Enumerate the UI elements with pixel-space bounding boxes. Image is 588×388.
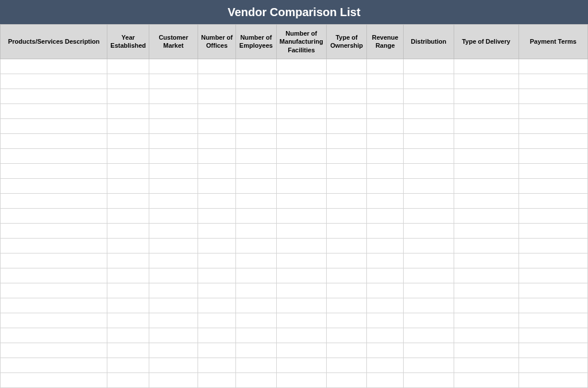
table-cell[interactable] [326, 372, 366, 387]
table-cell[interactable] [1, 89, 107, 103]
table-cell[interactable] [276, 133, 326, 148]
table-cell[interactable] [519, 193, 587, 208]
table-cell[interactable] [454, 328, 519, 343]
table-cell[interactable] [519, 343, 587, 358]
table-cell[interactable] [404, 89, 454, 103]
table-cell[interactable] [107, 268, 149, 283]
table-cell[interactable] [236, 148, 276, 163]
table-cell[interactable] [276, 89, 326, 103]
table-cell[interactable] [404, 178, 454, 193]
table-cell[interactable] [326, 148, 366, 163]
table-cell[interactable] [198, 268, 236, 283]
table-cell[interactable] [326, 133, 366, 148]
table-cell[interactable] [367, 358, 404, 372]
table-cell[interactable] [367, 372, 404, 387]
table-cell[interactable] [367, 328, 404, 343]
table-cell[interactable] [276, 193, 326, 208]
table-cell[interactable] [107, 208, 149, 223]
table-cell[interactable] [367, 343, 404, 358]
table-cell[interactable] [236, 103, 276, 118]
table-cell[interactable] [149, 238, 198, 253]
table-cell[interactable] [149, 253, 198, 268]
table-cell[interactable] [1, 178, 107, 193]
table-cell[interactable] [367, 283, 404, 298]
table-cell[interactable] [198, 103, 236, 118]
table-cell[interactable] [454, 268, 519, 283]
table-cell[interactable] [1, 208, 107, 223]
table-cell[interactable] [367, 59, 404, 74]
table-cell[interactable] [276, 253, 326, 268]
table-cell[interactable] [404, 343, 454, 358]
table-cell[interactable] [236, 133, 276, 148]
table-cell[interactable] [519, 223, 587, 238]
table-cell[interactable] [236, 193, 276, 208]
table-cell[interactable] [1, 358, 107, 372]
table-cell[interactable] [1, 59, 107, 74]
table-cell[interactable] [198, 313, 236, 328]
table-cell[interactable] [198, 238, 236, 253]
table-cell[interactable] [519, 133, 587, 148]
table-cell[interactable] [236, 358, 276, 372]
col-header-payment[interactable]: Payment Terms [519, 25, 587, 59]
table-cell[interactable] [198, 193, 236, 208]
table-cell[interactable] [454, 163, 519, 178]
table-cell[interactable] [404, 268, 454, 283]
table-cell[interactable] [198, 253, 236, 268]
table-cell[interactable] [326, 253, 366, 268]
table-cell[interactable] [454, 298, 519, 313]
col-header-market[interactable]: Customer Market [149, 25, 198, 59]
table-cell[interactable] [107, 253, 149, 268]
table-cell[interactable] [519, 358, 587, 372]
table-cell[interactable] [367, 268, 404, 283]
table-cell[interactable] [1, 268, 107, 283]
table-cell[interactable] [236, 372, 276, 387]
table-cell[interactable] [149, 283, 198, 298]
table-cell[interactable] [149, 193, 198, 208]
col-header-description[interactable]: Products/Services Description [1, 25, 107, 59]
table-cell[interactable] [326, 193, 366, 208]
table-cell[interactable] [454, 283, 519, 298]
table-cell[interactable] [236, 238, 276, 253]
table-cell[interactable] [107, 118, 149, 133]
table-cell[interactable] [326, 283, 366, 298]
table-cell[interactable] [367, 253, 404, 268]
table-cell[interactable] [149, 89, 198, 103]
table-cell[interactable] [367, 118, 404, 133]
table-cell[interactable] [276, 328, 326, 343]
table-cell[interactable] [198, 358, 236, 372]
table-cell[interactable] [519, 148, 587, 163]
table-cell[interactable] [149, 163, 198, 178]
table-cell[interactable] [326, 238, 366, 253]
table-cell[interactable] [198, 372, 236, 387]
table-cell[interactable] [1, 298, 107, 313]
table-cell[interactable] [276, 358, 326, 372]
table-cell[interactable] [236, 74, 276, 89]
table-cell[interactable] [107, 74, 149, 89]
table-cell[interactable] [198, 328, 236, 343]
table-cell[interactable] [519, 238, 587, 253]
table-cell[interactable] [1, 133, 107, 148]
table-cell[interactable] [454, 238, 519, 253]
table-cell[interactable] [367, 193, 404, 208]
table-cell[interactable] [107, 372, 149, 387]
table-cell[interactable] [326, 208, 366, 223]
table-cell[interactable] [367, 148, 404, 163]
table-cell[interactable] [198, 118, 236, 133]
table-cell[interactable] [198, 74, 236, 89]
table-cell[interactable] [236, 208, 276, 223]
table-cell[interactable] [367, 298, 404, 313]
table-cell[interactable] [454, 208, 519, 223]
table-cell[interactable] [276, 283, 326, 298]
table-cell[interactable] [367, 133, 404, 148]
table-cell[interactable] [107, 238, 149, 253]
table-cell[interactable] [276, 163, 326, 178]
table-cell[interactable] [454, 103, 519, 118]
table-cell[interactable] [326, 343, 366, 358]
table-cell[interactable] [326, 223, 366, 238]
table-cell[interactable] [404, 298, 454, 313]
col-header-employees[interactable]: Number of Employees [236, 25, 276, 59]
table-cell[interactable] [454, 358, 519, 372]
table-cell[interactable] [198, 89, 236, 103]
table-cell[interactable] [519, 103, 587, 118]
table-cell[interactable] [107, 223, 149, 238]
